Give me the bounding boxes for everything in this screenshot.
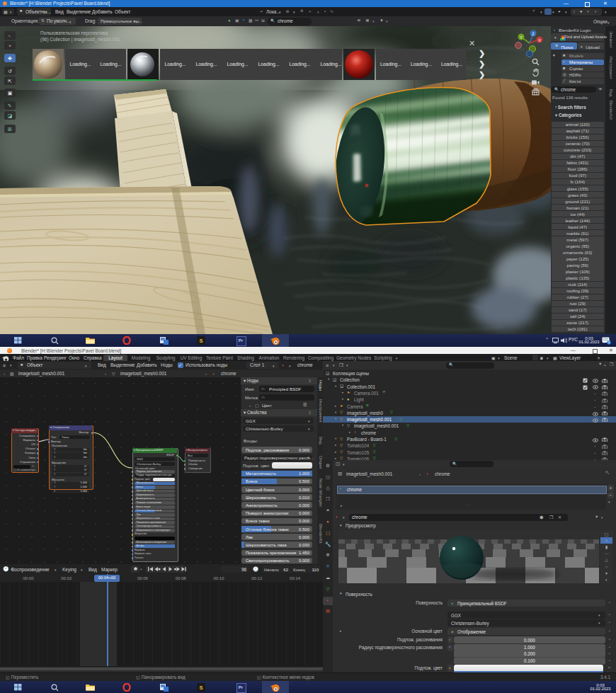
- svg-text:Y: Y: [520, 35, 523, 40]
- svg-text:X: X: [538, 38, 541, 42]
